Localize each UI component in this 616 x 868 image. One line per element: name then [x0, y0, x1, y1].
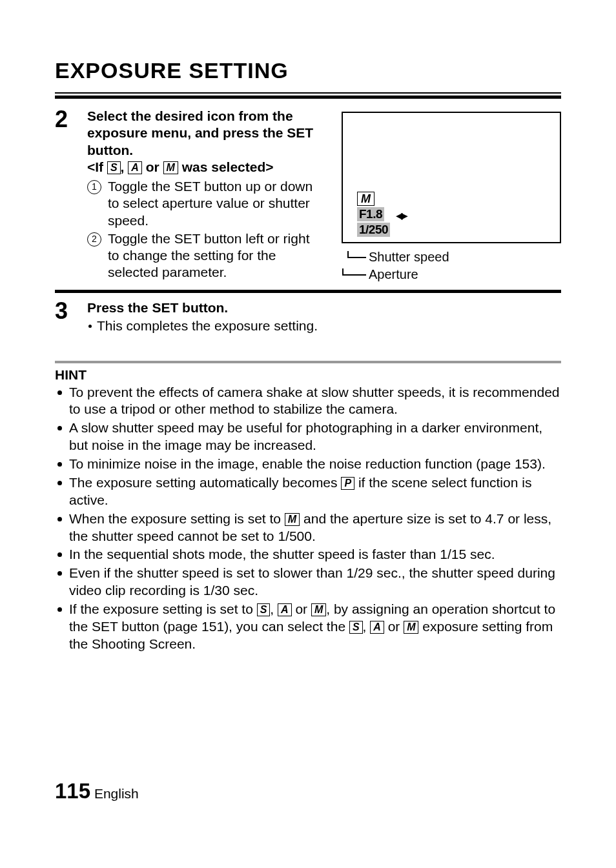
diagram-mode-icon: M	[357, 192, 375, 206]
step-3-bullet: This completes the exposure setting.	[87, 318, 561, 334]
diagram-aperture-value: F1.8	[357, 207, 384, 221]
page-language: English	[94, 786, 139, 801]
step-3: 3 Press the SET button. This completes t…	[55, 299, 561, 335]
rule-thin	[55, 92, 561, 94]
step-2-sub2: 2 Toggle the SET button left or right to…	[87, 230, 322, 281]
callout-line-icon	[342, 251, 369, 264]
page-number: 115	[55, 779, 90, 803]
step-2-number: 2	[55, 108, 73, 131]
mode-s-icon: S	[257, 603, 271, 616]
mode-m-icon: M	[285, 513, 300, 526]
lcd-diagram: M F1.8 ◀▶ 1/250 Shutter speed Aperture	[342, 108, 561, 282]
rule-thick	[55, 290, 561, 293]
step-2-sub1: 1 Toggle the SET button up or down to se…	[87, 178, 322, 229]
circled-2-icon: 2	[87, 232, 101, 247]
rule-thick	[55, 96, 561, 99]
hint-item: The exposure setting automatically becom…	[55, 474, 561, 509]
page-footer: 115 English	[55, 779, 139, 803]
left-right-arrows-icon: ◀▶	[396, 210, 406, 221]
page-title: EXPOSURE SETTING	[55, 58, 561, 83]
step-2-condition: <If S, A or M was selected>	[87, 159, 322, 176]
hint-item: To minimize noise in the image, enable t…	[55, 456, 561, 473]
mode-a-icon: A	[278, 603, 292, 616]
hint-heading: HINT	[55, 367, 561, 383]
hint-item: Even if the shutter speed is set to slow…	[55, 565, 561, 600]
mode-s-icon: S	[349, 621, 363, 634]
callout-aperture: Aperture	[342, 267, 561, 282]
mode-s-icon: S	[107, 161, 121, 174]
hint-list: To prevent the effects of camera shake a…	[55, 384, 561, 653]
mode-a-icon: A	[370, 621, 384, 634]
hint-item: In the sequential shots mode, the shutte…	[55, 546, 561, 563]
callout-line-icon	[342, 268, 369, 281]
step-3-instruction: Press the SET button.	[87, 299, 561, 316]
circled-1-icon: 1	[87, 180, 101, 194]
hint-item: When the exposure setting is set to M an…	[55, 510, 561, 545]
hint-rule	[55, 361, 561, 363]
step-2: 2 Select the desired icon from the expos…	[55, 108, 322, 281]
mode-m-icon: M	[404, 621, 418, 634]
hint-item: A slow shutter speed may be useful for p…	[55, 419, 561, 454]
hint-item: To prevent the effects of camera shake a…	[55, 384, 561, 419]
callout-shutter: Shutter speed	[342, 250, 561, 265]
mode-p-icon: P	[341, 477, 354, 490]
step-3-number: 3	[55, 299, 73, 323]
mode-m-icon: M	[163, 161, 178, 174]
diagram-shutter-value: 1/250	[357, 223, 390, 237]
mode-a-icon: A	[128, 161, 142, 174]
bullet-dot-icon	[88, 325, 92, 328]
step-2-instruction: Select the desired icon from the exposur…	[87, 108, 322, 159]
mode-m-icon: M	[311, 603, 326, 616]
hint-item: If the exposure setting is set to S, A o…	[55, 601, 561, 653]
